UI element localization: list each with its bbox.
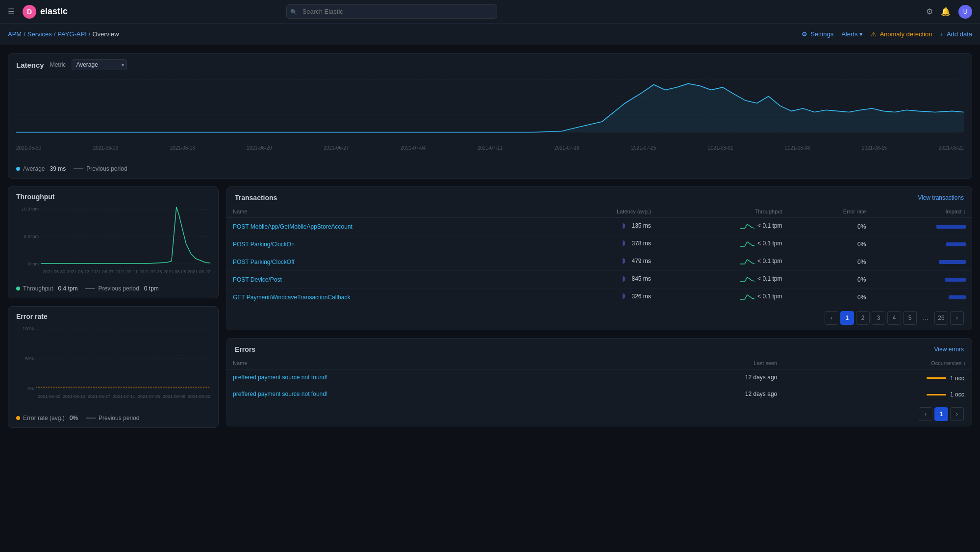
table-row: POST Device/Post 845 ms < 0.1 tpm 0%	[227, 271, 972, 289]
date-label: 2021-06-13	[170, 145, 195, 151]
metric-select-wrap: Average 95th percentile 99th percentile	[72, 59, 127, 70]
settings-button[interactable]: ⚙ Settings	[802, 30, 833, 38]
col-error-rate: Error rate	[788, 206, 872, 218]
error-occurrences: 1 occ.	[783, 386, 972, 402]
y-label: 5.0 tpm	[16, 234, 39, 239]
avg-label: Average	[23, 165, 45, 172]
breadcrumb-apm[interactable]: APM	[8, 30, 22, 38]
transaction-name[interactable]: POST Parking/ClockOff	[227, 253, 546, 271]
transaction-error-rate: 0%	[788, 253, 872, 271]
navbar: APM / Services / PAYG-API / Overview ⚙ S…	[0, 24, 980, 45]
error-chart-svg	[36, 324, 210, 393]
date-label: 2021-06-27	[324, 145, 349, 151]
transaction-name[interactable]: POST MobileApp/GetMobileAppStoreAccount	[227, 218, 546, 236]
error-name[interactable]: preffered payment source not found!	[227, 386, 621, 402]
transaction-latency: 135 ms	[546, 218, 657, 236]
latency-chart-svg	[16, 74, 964, 143]
transaction-impact	[872, 218, 972, 236]
svg-rect-16	[624, 259, 625, 263]
table-row: POST Parking/ClockOff 479 ms < 0.1 tpm 0…	[227, 253, 972, 271]
transaction-throughput: < 0.1 tpm	[657, 218, 788, 236]
page-4-button[interactable]: 4	[887, 311, 901, 325]
throughput-prev-label: Previous period	[98, 285, 139, 292]
errors-prev-button[interactable]: ‹	[919, 407, 932, 421]
table-row: GET Payment/WindcaveTransactionCallback …	[227, 289, 972, 306]
add-data-label: Add data	[947, 30, 972, 38]
page-last-button[interactable]: 26	[934, 311, 948, 325]
throughput-y-axis: 10.0 tpm 5.0 tpm 0 tpm	[16, 205, 41, 268]
breadcrumb-payg[interactable]: PAYG-API	[57, 30, 86, 38]
col-throughput: Throughput	[657, 206, 788, 218]
latency-legend: Average 39 ms Previous period	[8, 162, 972, 178]
transaction-latency: 479 ms	[546, 253, 657, 271]
transaction-throughput: < 0.1 tpm	[657, 271, 788, 289]
error-x-axis: 2021-05-30 2021-06-13 2021-06-27 2021-07…	[16, 393, 210, 400]
throughput-chart-svg	[41, 205, 210, 268]
search-input[interactable]	[286, 4, 497, 19]
prev-dot	[74, 168, 83, 169]
throughput-legend: Throughput 0.4 tpm Previous period 0 tpm	[16, 283, 210, 292]
svg-rect-12	[624, 224, 625, 228]
search-wrap	[286, 4, 497, 19]
main-content: Latency Metric Average 95th percentile 9…	[0, 45, 980, 552]
y-label: 0 tpm	[16, 262, 39, 266]
transaction-error-rate: 0%	[788, 289, 872, 306]
error-rate-title: Error rate	[16, 313, 210, 320]
metric-label: Metric	[50, 61, 66, 68]
date-label: 2021-07-18	[554, 145, 579, 151]
user-avatar[interactable]: U	[958, 5, 972, 19]
transactions-card: Transactions View transactions Name Late…	[226, 186, 972, 330]
y-label: 50%	[16, 356, 34, 361]
anomaly-detection-button[interactable]: ⚠ Anomaly detection	[871, 30, 932, 38]
hamburger-menu[interactable]: ☰	[8, 7, 15, 16]
svg-rect-17	[623, 276, 624, 282]
add-data-button[interactable]: + Add data	[940, 30, 972, 38]
y-label: 10.0 tpm	[16, 207, 39, 211]
errors-card: Errors View errors Name Last seen Occurr…	[226, 338, 972, 426]
errors-page-1-button[interactable]: 1	[934, 407, 948, 421]
transaction-name[interactable]: GET Payment/WindcaveTransactionCallback	[227, 289, 546, 306]
breadcrumb-services[interactable]: Services	[27, 30, 52, 38]
throughput-title: Throughput	[16, 193, 210, 201]
latency-card: Latency Metric Average 95th percentile 9…	[8, 53, 972, 179]
col-error-name: Name	[227, 357, 621, 369]
next-page-button[interactable]: ›	[950, 311, 964, 325]
notifications-icon[interactable]: 🔔	[941, 7, 951, 16]
errors-header: Errors View errors	[227, 339, 972, 357]
view-transactions-link[interactable]: View transactions	[918, 194, 964, 201]
metric-select[interactable]: Average 95th percentile 99th percentile	[72, 59, 127, 70]
col-occurrences: Occurrences ↓	[783, 357, 972, 369]
transaction-name[interactable]: POST Device/Post	[227, 271, 546, 289]
transaction-throughput: < 0.1 tpm	[657, 236, 788, 253]
elastic-logo[interactable]: D elastic	[23, 5, 68, 19]
page-3-button[interactable]: 3	[872, 311, 885, 325]
latency-x-axis: 2021-05-30 2021-06-06 2021-06-13 2021-06…	[16, 144, 964, 152]
user-spaces-icon[interactable]: ⚙	[926, 7, 933, 16]
date-label: 2021-08-15	[862, 145, 887, 151]
error-last-seen: 12 days ago	[621, 386, 783, 402]
errors-next-button[interactable]: ›	[950, 407, 964, 421]
legend-error-prev: Previous period	[86, 415, 139, 421]
prev-page-button[interactable]: ‹	[825, 311, 838, 325]
transaction-error-rate: 0%	[788, 236, 872, 253]
error-name[interactable]: preffered payment source not found!	[227, 369, 621, 386]
alerts-button[interactable]: Alerts ▾	[841, 30, 863, 38]
transactions-pagination: ‹ 1 2 3 4 5 … 26 ›	[227, 306, 972, 330]
page-2-button[interactable]: 2	[856, 311, 870, 325]
latency-title: Latency	[16, 61, 44, 69]
date-label: 2021-06-20	[247, 145, 272, 151]
page-5-button[interactable]: 5	[903, 311, 917, 325]
table-row: POST MobileApp/GetMobileAppStoreAccount …	[227, 218, 972, 236]
col-impact: Impact ↓	[872, 206, 972, 218]
transactions-header: Transactions View transactions	[227, 187, 972, 206]
errors-pagination: ‹ 1 ›	[227, 402, 972, 426]
page-1-button[interactable]: 1	[840, 311, 854, 325]
settings-icon: ⚙	[802, 30, 807, 38]
error-dot	[16, 416, 20, 420]
transaction-name[interactable]: POST Parking/ClockOn	[227, 236, 546, 253]
view-errors-link[interactable]: View errors	[934, 346, 964, 353]
throughput-chart-container: 10.0 tpm 5.0 tpm 0 tpm 2	[16, 205, 210, 283]
transaction-impact	[872, 236, 972, 253]
avg-value: 39 ms	[50, 165, 66, 172]
logo-icon: D	[23, 5, 36, 19]
